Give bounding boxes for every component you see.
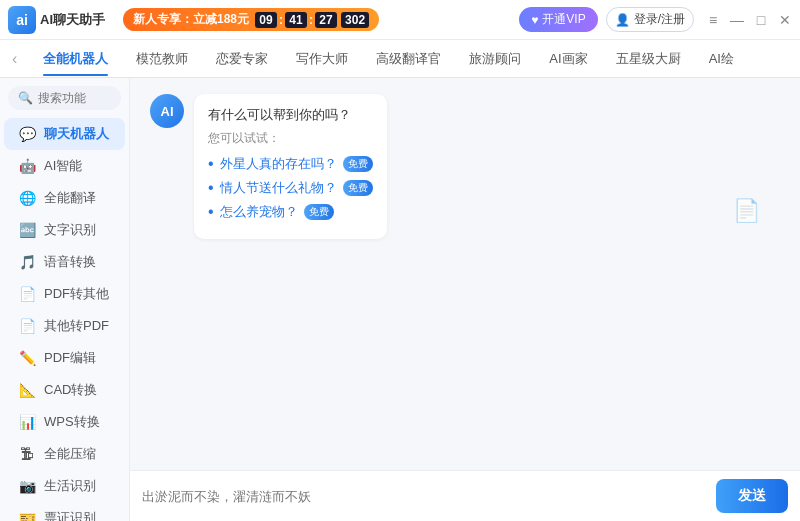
chat-input[interactable]: [142, 489, 708, 504]
sidebar-item-pdf-to-other-label: PDF转其他: [44, 285, 109, 303]
compress-icon: 🗜: [18, 445, 36, 463]
suggestion-0[interactable]: 外星人真的存在吗？ 免费: [208, 155, 373, 173]
nav-back-button[interactable]: ‹: [8, 50, 21, 68]
nav-tab-7[interactable]: 五星级大厨: [602, 42, 695, 76]
app-name: AI聊天助手: [40, 11, 105, 29]
nav-tab-label-6: AI画家: [549, 51, 587, 66]
countdown-extra: 302: [341, 12, 369, 28]
nav-tab-label-2: 恋爱专家: [216, 51, 268, 66]
ticket-ocr-icon: 🎫: [18, 509, 36, 521]
nav-tab-label-1: 模范教师: [136, 51, 188, 66]
nav-tab-label-5: 旅游顾问: [469, 51, 521, 66]
vip-label: 开通VIP: [542, 11, 585, 28]
countdown: 09 : 41 : 27 302: [255, 12, 369, 28]
main-layout: 🔍 💬 聊天机器人 🤖 AI智能 🌐 全能翻译 🔤 文字识别 🎵 语音转换 📄 …: [0, 78, 800, 521]
countdown-seconds: 27: [315, 12, 337, 28]
login-button[interactable]: 👤 登录/注册: [606, 7, 694, 32]
sidebar-item-ticket-ocr[interactable]: 🎫 票证识别: [4, 502, 125, 521]
countdown-hours: 09: [255, 12, 277, 28]
sidebar-item-life-ocr-label: 生活识别: [44, 477, 96, 495]
window-controls: ≡ — □ ✕: [706, 13, 792, 27]
search-box[interactable]: 🔍: [8, 86, 121, 110]
suggestion-2[interactable]: 怎么养宠物？ 免费: [208, 203, 373, 221]
close-button[interactable]: ✕: [778, 13, 792, 27]
pdf-to-other-icon: 📄: [18, 285, 36, 303]
promo-text: 新人专享：立减188元: [133, 11, 249, 28]
nav-tab-0[interactable]: 全能机器人: [29, 42, 122, 76]
welcome-subtitle: 您可以试试：: [208, 130, 373, 147]
sidebar-item-life-ocr[interactable]: 📷 生活识别: [4, 470, 125, 502]
sidebar-item-wps[interactable]: 📊 WPS转换: [4, 406, 125, 438]
promo-banner[interactable]: 新人专享：立减188元 09 : 41 : 27 302: [123, 8, 379, 31]
doc-icon-float: 📄: [733, 198, 760, 224]
sidebar: 🔍 💬 聊天机器人 🤖 AI智能 🌐 全能翻译 🔤 文字识别 🎵 语音转换 📄 …: [0, 78, 130, 521]
sep1: :: [279, 13, 283, 27]
nav-tab-2[interactable]: 恋爱专家: [202, 42, 282, 76]
sidebar-item-pdf-to-other[interactable]: 📄 PDF转其他: [4, 278, 125, 310]
sidebar-item-other-to-pdf[interactable]: 📄 其他转PDF: [4, 310, 125, 342]
user-icon: 👤: [615, 13, 630, 27]
sidebar-item-chat[interactable]: 💬 聊天机器人: [4, 118, 125, 150]
vip-button[interactable]: ♥ 开通VIP: [519, 7, 597, 32]
send-button[interactable]: 发送: [716, 479, 788, 513]
chat-icon: 💬: [18, 125, 36, 143]
sidebar-item-pdf-edit-label: PDF编辑: [44, 349, 96, 367]
free-badge-2: 免费: [304, 204, 334, 220]
nav-tabs-row: ‹ 全能机器人 模范教师 恋爱专家 写作大师 高级翻译官 旅游顾问 AI画家 五…: [0, 40, 800, 78]
sidebar-item-compress-label: 全能压缩: [44, 445, 96, 463]
maximize-button[interactable]: □: [754, 13, 768, 27]
bot-avatar-text: AI: [161, 104, 174, 119]
login-label: 登录/注册: [634, 11, 685, 28]
nav-tab-label-8: AI绘: [709, 51, 734, 66]
chat-messages: AI 有什么可以帮到你的吗？ 您可以试试： 外星人真的存在吗？ 免费 情人节送什…: [130, 78, 800, 470]
sidebar-item-compress[interactable]: 🗜 全能压缩: [4, 438, 125, 470]
translate-icon: 🌐: [18, 189, 36, 207]
nav-tab-5[interactable]: 旅游顾问: [455, 42, 535, 76]
logo-icon: ai: [8, 6, 36, 34]
sidebar-item-ocr[interactable]: 🔤 文字识别: [4, 214, 125, 246]
nav-tab-label-0: 全能机器人: [43, 51, 108, 66]
nav-tab-8[interactable]: AI绘: [695, 42, 748, 76]
free-badge-0: 免费: [343, 156, 373, 172]
sidebar-item-cad-label: CAD转换: [44, 381, 97, 399]
sidebar-item-translate[interactable]: 🌐 全能翻译: [4, 182, 125, 214]
ai-icon: 🤖: [18, 157, 36, 175]
search-input[interactable]: [38, 91, 111, 105]
bot-message-row: AI 有什么可以帮到你的吗？ 您可以试试： 外星人真的存在吗？ 免费 情人节送什…: [150, 94, 780, 239]
nav-tab-1[interactable]: 模范教师: [122, 42, 202, 76]
other-to-pdf-icon: 📄: [18, 317, 36, 335]
voice-icon: 🎵: [18, 253, 36, 271]
nav-tab-label-3: 写作大师: [296, 51, 348, 66]
nav-tab-label-7: 五星级大厨: [616, 51, 681, 66]
suggestion-2-text: 怎么养宠物？: [220, 203, 298, 221]
wps-icon: 📊: [18, 413, 36, 431]
sidebar-item-wps-label: WPS转换: [44, 413, 100, 431]
nav-tab-6[interactable]: AI画家: [535, 42, 601, 76]
menu-button[interactable]: ≡: [706, 13, 720, 27]
minimize-button[interactable]: —: [730, 13, 744, 27]
heart-icon: ♥: [531, 13, 538, 27]
sidebar-item-voice-label: 语音转换: [44, 253, 96, 271]
suggestion-0-text: 外星人真的存在吗？: [220, 155, 337, 173]
search-icon: 🔍: [18, 91, 33, 105]
nav-tab-4[interactable]: 高级翻译官: [362, 42, 455, 76]
sidebar-item-ai[interactable]: 🤖 AI智能: [4, 150, 125, 182]
chat-area: AI 有什么可以帮到你的吗？ 您可以试试： 外星人真的存在吗？ 免费 情人节送什…: [130, 78, 800, 521]
sidebar-item-pdf-edit[interactable]: ✏️ PDF编辑: [4, 342, 125, 374]
life-ocr-icon: 📷: [18, 477, 36, 495]
bot-avatar: AI: [150, 94, 184, 128]
sidebar-item-voice[interactable]: 🎵 语音转换: [4, 246, 125, 278]
free-badge-1: 免费: [343, 180, 373, 196]
nav-tab-3[interactable]: 写作大师: [282, 42, 362, 76]
title-bar: ai AI聊天助手 新人专享：立减188元 09 : 41 : 27 302 ♥…: [0, 0, 800, 40]
suggestion-1-text: 情人节送什么礼物？: [220, 179, 337, 197]
sidebar-item-cad[interactable]: 📐 CAD转换: [4, 374, 125, 406]
sidebar-item-ticket-ocr-label: 票证识别: [44, 509, 96, 521]
sidebar-item-other-to-pdf-label: 其他转PDF: [44, 317, 109, 335]
countdown-minutes: 41: [285, 12, 307, 28]
suggestion-1[interactable]: 情人节送什么礼物？ 免费: [208, 179, 373, 197]
sidebar-item-translate-label: 全能翻译: [44, 189, 96, 207]
app-logo: ai AI聊天助手: [8, 6, 105, 34]
nav-tab-label-4: 高级翻译官: [376, 51, 441, 66]
sidebar-item-chat-label: 聊天机器人: [44, 125, 109, 143]
